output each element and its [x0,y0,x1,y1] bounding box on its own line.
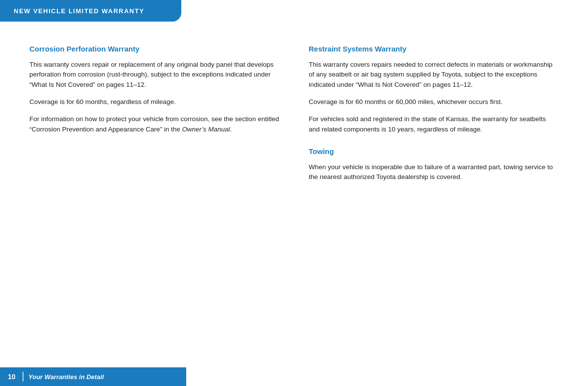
corrosion-warranty-paragraph1: This warranty covers repair or replaceme… [29,60,279,91]
restraint-warranty-paragraph2: Coverage is for 60 months or 60,000 mile… [309,97,559,107]
corrosion-warranty-title: Corrosion Perforation Warranty [29,44,279,54]
corrosion-para3-suffix: . [230,126,232,133]
left-column: Corrosion Perforation Warranty This warr… [29,44,279,352]
corrosion-para3-italic: Owner’s Manual [182,126,230,133]
main-content: Corrosion Perforation Warranty This warr… [0,29,588,361]
header-bar: New Vehicle Limited Warranty [0,0,181,22]
restraint-warranty-paragraph1: This warranty covers repairs needed to c… [309,60,559,91]
footer-divider [23,372,24,382]
footer-page-number: 10 [8,373,18,381]
corrosion-warranty-paragraph3: For information on how to protect your v… [29,114,279,135]
header-title: New Vehicle Limited Warranty [14,7,145,15]
corrosion-warranty-paragraph2: Coverage is for 60 months, regardless of… [29,97,279,107]
footer-text: Your Warranties in Detail [28,373,104,381]
towing-title: Towing [309,147,559,156]
corrosion-para3-prefix: For information on how to protect your v… [29,115,279,133]
restraint-warranty-title: Restraint Systems Warranty [309,44,559,54]
restraint-warranty-paragraph3: For vehicles sold and registered in the … [309,114,559,135]
footer-bar: 10 Your Warranties in Detail [0,367,186,386]
right-column: Restraint Systems Warranty This warranty… [309,44,559,352]
towing-paragraph1: When your vehicle is inoperable due to f… [309,162,559,183]
